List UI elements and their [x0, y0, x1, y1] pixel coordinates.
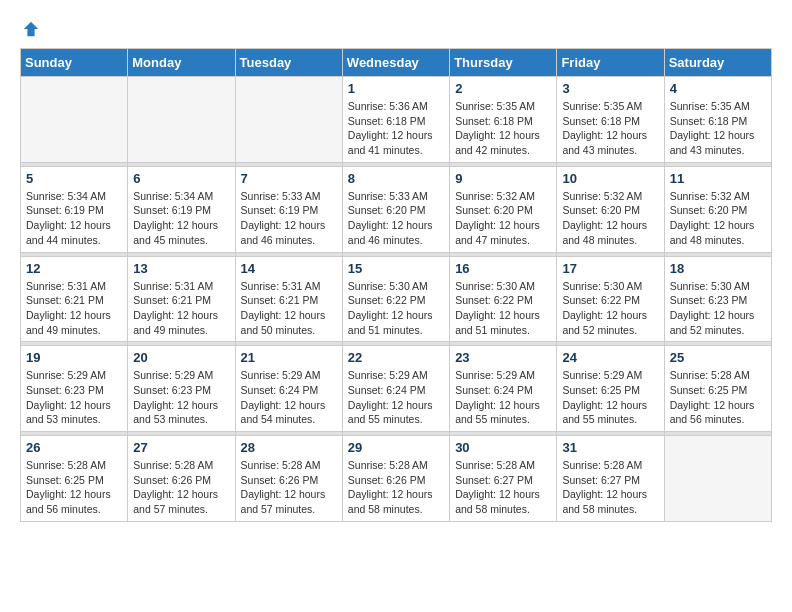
day-info: Sunrise: 5:32 AMSunset: 6:20 PMDaylight:… [670, 189, 766, 248]
day-info: Sunrise: 5:32 AMSunset: 6:20 PMDaylight:… [562, 189, 658, 248]
day-number: 17 [562, 261, 658, 276]
calendar-cell [235, 77, 342, 163]
weekday-header-sunday: Sunday [21, 49, 128, 77]
day-number: 20 [133, 350, 229, 365]
day-info: Sunrise: 5:33 AMSunset: 6:19 PMDaylight:… [241, 189, 337, 248]
calendar-cell: 11Sunrise: 5:32 AMSunset: 6:20 PMDayligh… [664, 166, 771, 252]
calendar-cell: 8Sunrise: 5:33 AMSunset: 6:20 PMDaylight… [342, 166, 449, 252]
calendar-cell: 30Sunrise: 5:28 AMSunset: 6:27 PMDayligh… [450, 436, 557, 522]
calendar-cell: 1Sunrise: 5:36 AMSunset: 6:18 PMDaylight… [342, 77, 449, 163]
day-info: Sunrise: 5:34 AMSunset: 6:19 PMDaylight:… [133, 189, 229, 248]
week-row-0: 1Sunrise: 5:36 AMSunset: 6:18 PMDaylight… [21, 77, 772, 163]
day-number: 22 [348, 350, 444, 365]
day-info: Sunrise: 5:31 AMSunset: 6:21 PMDaylight:… [26, 279, 122, 338]
day-number: 5 [26, 171, 122, 186]
calendar-cell: 9Sunrise: 5:32 AMSunset: 6:20 PMDaylight… [450, 166, 557, 252]
calendar-cell: 6Sunrise: 5:34 AMSunset: 6:19 PMDaylight… [128, 166, 235, 252]
calendar-cell [21, 77, 128, 163]
day-number: 23 [455, 350, 551, 365]
day-number: 14 [241, 261, 337, 276]
day-info: Sunrise: 5:33 AMSunset: 6:20 PMDaylight:… [348, 189, 444, 248]
day-info: Sunrise: 5:35 AMSunset: 6:18 PMDaylight:… [455, 99, 551, 158]
weekday-header-row: SundayMondayTuesdayWednesdayThursdayFrid… [21, 49, 772, 77]
day-number: 24 [562, 350, 658, 365]
day-info: Sunrise: 5:31 AMSunset: 6:21 PMDaylight:… [133, 279, 229, 338]
day-info: Sunrise: 5:34 AMSunset: 6:19 PMDaylight:… [26, 189, 122, 248]
calendar-cell: 14Sunrise: 5:31 AMSunset: 6:21 PMDayligh… [235, 256, 342, 342]
calendar-cell: 5Sunrise: 5:34 AMSunset: 6:19 PMDaylight… [21, 166, 128, 252]
calendar-cell: 25Sunrise: 5:28 AMSunset: 6:25 PMDayligh… [664, 346, 771, 432]
day-number: 9 [455, 171, 551, 186]
calendar-cell: 21Sunrise: 5:29 AMSunset: 6:24 PMDayligh… [235, 346, 342, 432]
calendar-cell: 16Sunrise: 5:30 AMSunset: 6:22 PMDayligh… [450, 256, 557, 342]
day-info: Sunrise: 5:28 AMSunset: 6:26 PMDaylight:… [241, 458, 337, 517]
calendar-cell [128, 77, 235, 163]
day-number: 30 [455, 440, 551, 455]
day-number: 2 [455, 81, 551, 96]
calendar-cell: 12Sunrise: 5:31 AMSunset: 6:21 PMDayligh… [21, 256, 128, 342]
day-info: Sunrise: 5:29 AMSunset: 6:23 PMDaylight:… [26, 368, 122, 427]
day-info: Sunrise: 5:35 AMSunset: 6:18 PMDaylight:… [562, 99, 658, 158]
page-header [20, 20, 772, 38]
day-info: Sunrise: 5:31 AMSunset: 6:21 PMDaylight:… [241, 279, 337, 338]
calendar-cell: 3Sunrise: 5:35 AMSunset: 6:18 PMDaylight… [557, 77, 664, 163]
calendar-cell: 24Sunrise: 5:29 AMSunset: 6:25 PMDayligh… [557, 346, 664, 432]
day-info: Sunrise: 5:28 AMSunset: 6:25 PMDaylight:… [670, 368, 766, 427]
day-info: Sunrise: 5:30 AMSunset: 6:22 PMDaylight:… [562, 279, 658, 338]
day-number: 3 [562, 81, 658, 96]
calendar-cell: 31Sunrise: 5:28 AMSunset: 6:27 PMDayligh… [557, 436, 664, 522]
day-info: Sunrise: 5:35 AMSunset: 6:18 PMDaylight:… [670, 99, 766, 158]
weekday-header-friday: Friday [557, 49, 664, 77]
weekday-header-tuesday: Tuesday [235, 49, 342, 77]
day-info: Sunrise: 5:28 AMSunset: 6:25 PMDaylight:… [26, 458, 122, 517]
calendar-cell: 23Sunrise: 5:29 AMSunset: 6:24 PMDayligh… [450, 346, 557, 432]
day-number: 31 [562, 440, 658, 455]
calendar-cell: 26Sunrise: 5:28 AMSunset: 6:25 PMDayligh… [21, 436, 128, 522]
day-number: 12 [26, 261, 122, 276]
calendar-cell: 13Sunrise: 5:31 AMSunset: 6:21 PMDayligh… [128, 256, 235, 342]
calendar-cell: 27Sunrise: 5:28 AMSunset: 6:26 PMDayligh… [128, 436, 235, 522]
calendar-cell: 28Sunrise: 5:28 AMSunset: 6:26 PMDayligh… [235, 436, 342, 522]
day-info: Sunrise: 5:32 AMSunset: 6:20 PMDaylight:… [455, 189, 551, 248]
week-row-4: 26Sunrise: 5:28 AMSunset: 6:25 PMDayligh… [21, 436, 772, 522]
day-info: Sunrise: 5:28 AMSunset: 6:26 PMDaylight:… [348, 458, 444, 517]
day-number: 11 [670, 171, 766, 186]
day-number: 26 [26, 440, 122, 455]
day-number: 7 [241, 171, 337, 186]
day-number: 19 [26, 350, 122, 365]
calendar-cell: 2Sunrise: 5:35 AMSunset: 6:18 PMDaylight… [450, 77, 557, 163]
day-info: Sunrise: 5:29 AMSunset: 6:25 PMDaylight:… [562, 368, 658, 427]
calendar-cell: 17Sunrise: 5:30 AMSunset: 6:22 PMDayligh… [557, 256, 664, 342]
calendar-cell: 15Sunrise: 5:30 AMSunset: 6:22 PMDayligh… [342, 256, 449, 342]
calendar-cell: 29Sunrise: 5:28 AMSunset: 6:26 PMDayligh… [342, 436, 449, 522]
day-number: 8 [348, 171, 444, 186]
day-number: 1 [348, 81, 444, 96]
calendar-cell: 4Sunrise: 5:35 AMSunset: 6:18 PMDaylight… [664, 77, 771, 163]
calendar-cell: 10Sunrise: 5:32 AMSunset: 6:20 PMDayligh… [557, 166, 664, 252]
day-info: Sunrise: 5:29 AMSunset: 6:24 PMDaylight:… [348, 368, 444, 427]
day-number: 6 [133, 171, 229, 186]
week-row-1: 5Sunrise: 5:34 AMSunset: 6:19 PMDaylight… [21, 166, 772, 252]
day-info: Sunrise: 5:30 AMSunset: 6:23 PMDaylight:… [670, 279, 766, 338]
day-number: 15 [348, 261, 444, 276]
day-number: 27 [133, 440, 229, 455]
day-info: Sunrise: 5:30 AMSunset: 6:22 PMDaylight:… [348, 279, 444, 338]
day-info: Sunrise: 5:29 AMSunset: 6:24 PMDaylight:… [241, 368, 337, 427]
week-row-2: 12Sunrise: 5:31 AMSunset: 6:21 PMDayligh… [21, 256, 772, 342]
day-number: 25 [670, 350, 766, 365]
calendar-cell: 22Sunrise: 5:29 AMSunset: 6:24 PMDayligh… [342, 346, 449, 432]
weekday-header-thursday: Thursday [450, 49, 557, 77]
week-row-3: 19Sunrise: 5:29 AMSunset: 6:23 PMDayligh… [21, 346, 772, 432]
calendar-cell: 18Sunrise: 5:30 AMSunset: 6:23 PMDayligh… [664, 256, 771, 342]
day-info: Sunrise: 5:28 AMSunset: 6:26 PMDaylight:… [133, 458, 229, 517]
day-number: 21 [241, 350, 337, 365]
day-info: Sunrise: 5:29 AMSunset: 6:24 PMDaylight:… [455, 368, 551, 427]
day-number: 28 [241, 440, 337, 455]
calendar-cell: 19Sunrise: 5:29 AMSunset: 6:23 PMDayligh… [21, 346, 128, 432]
weekday-header-monday: Monday [128, 49, 235, 77]
calendar-cell: 20Sunrise: 5:29 AMSunset: 6:23 PMDayligh… [128, 346, 235, 432]
calendar: SundayMondayTuesdayWednesdayThursdayFrid… [20, 48, 772, 522]
day-number: 4 [670, 81, 766, 96]
logo-icon [22, 20, 40, 38]
calendar-cell [664, 436, 771, 522]
